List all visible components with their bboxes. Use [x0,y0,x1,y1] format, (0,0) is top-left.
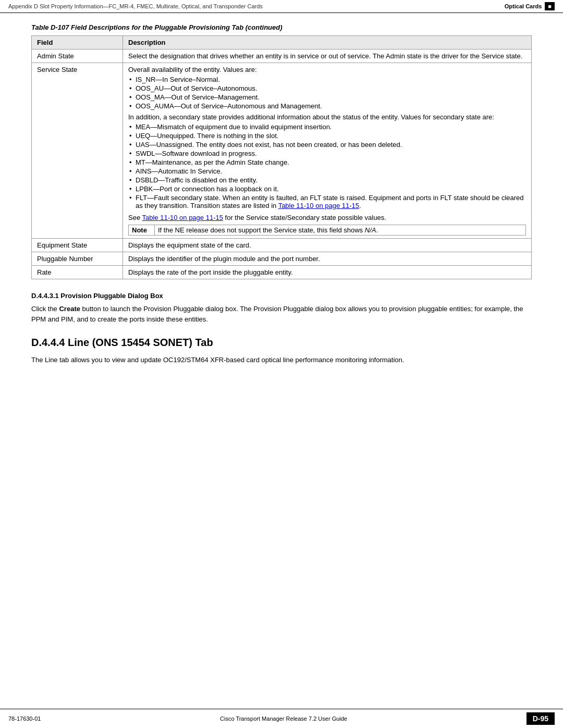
secondary-intro: In addition, a secondary state provides … [128,113,526,121]
major-section-para: The Line tab allows you to view and upda… [31,355,532,365]
list-item: UAS—Unassigned. The entity does not exis… [128,141,526,149]
footer-product-name: Cisco Transport Manager Release 7.2 User… [220,715,347,722]
table-row: Service State Overall availability of th… [32,63,532,239]
major-section-heading: D.4.4.4 Line (ONS 15454 SONET) Tab [31,337,532,349]
subsection-para: Click the Create button to launch the Pr… [31,304,532,324]
note-label-cell: Note [129,225,155,236]
admin-state-text: Select the designation that drives wheth… [128,52,522,60]
header-section-label: Optical Cards [505,3,542,9]
header-breadcrumb: Appendix D Slot Property Information—FC_… [8,3,263,9]
field-pluggable-number: Pluggable Number [32,252,123,266]
header-section: Optical Cards ■ [505,2,555,10]
list-item: OOS_AU—Out of Service–Autonomous. [128,84,526,92]
table-row: Pluggable Number Displays the identifier… [32,252,532,266]
note-table: Note If the NE release does not support … [128,225,526,236]
service-state-bullets: IS_NR—In Service–Normal. OOS_AU—Out of S… [128,76,526,110]
desc-equipment-state: Displays the equipment state of the card… [123,239,532,252]
list-item: MEA—Mismatch of equipment due to invalid… [128,123,526,131]
table-row: Rate Displays the rate of the port insid… [32,266,532,279]
col-header-description: Description [123,36,532,50]
secondary-state-bullets: MEA—Mismatch of equipment due to invalid… [128,123,526,209]
subsection-heading: D.4.4.3.1 Provision Pluggable Dialog Box [31,292,532,300]
field-rate: Rate [32,266,123,279]
desc-service-state: Overall availability of the entity. Valu… [123,63,532,239]
desc-rate: Displays the rate of the port inside the… [123,266,532,279]
service-state-intro: Overall availability of the entity. Valu… [128,66,257,73]
list-item: FLT—Fault secondary state. When an entit… [128,194,526,209]
field-admin-state: Admin State [32,50,123,63]
table-row: Equipment State Displays the equipment s… [32,239,532,252]
table-caption: Table D-107 Field Descriptions for the P… [31,23,532,31]
table-header-row: Field Description [32,36,532,50]
table-row: Admin State Select the designation that … [32,50,532,63]
note-row: Note If the NE release does not support … [129,225,526,236]
field-service-state: Service State [32,63,123,239]
field-table: Field Description Admin State Select the… [31,35,532,279]
page-footer: 78-17630-01 Cisco Transport Manager Rele… [0,709,563,728]
list-item: OOS_MA—Out of Service–Management. [128,93,526,101]
list-item: SWDL—Software download in progress. [128,150,526,157]
footer-page-number: D-95 [527,712,555,725]
flt-link[interactable]: Table 11-10 on page 11-15 [278,202,359,209]
create-button-label: Create [59,305,80,313]
header-section-box: ■ [545,2,555,10]
list-item: MT—Maintenance, as per the Admin State c… [128,158,526,166]
see-table-link[interactable]: Table 11-10 on page 11-15 [142,214,223,221]
list-item: IS_NR—In Service–Normal. [128,76,526,83]
note-text-cell: If the NE release does not support the S… [155,225,526,236]
col-header-field: Field [32,36,123,50]
list-item: LPBK—Port or connection has a loopback o… [128,185,526,193]
list-item: DSBLD—Traffic is disabled on the entity. [128,176,526,184]
list-item: OOS_AUMA—Out of Service–Autonomous and M… [128,102,526,110]
list-item: UEQ—Unequipped. There is nothing in the … [128,132,526,140]
see-text: See Table 11-10 on page 11-15 for the Se… [128,214,526,221]
list-item: AINS—Automatic In Service. [128,167,526,175]
desc-pluggable-number: Displays the identifier of the plugin mo… [123,252,532,266]
page-header: Appendix D Slot Property Information—FC_… [0,0,563,13]
field-equipment-state: Equipment State [32,239,123,252]
main-content: Table D-107 Field Descriptions for the P… [0,13,563,402]
desc-admin-state: Select the designation that drives wheth… [123,50,532,63]
footer-doc-number: 78-17630-01 [8,715,41,722]
